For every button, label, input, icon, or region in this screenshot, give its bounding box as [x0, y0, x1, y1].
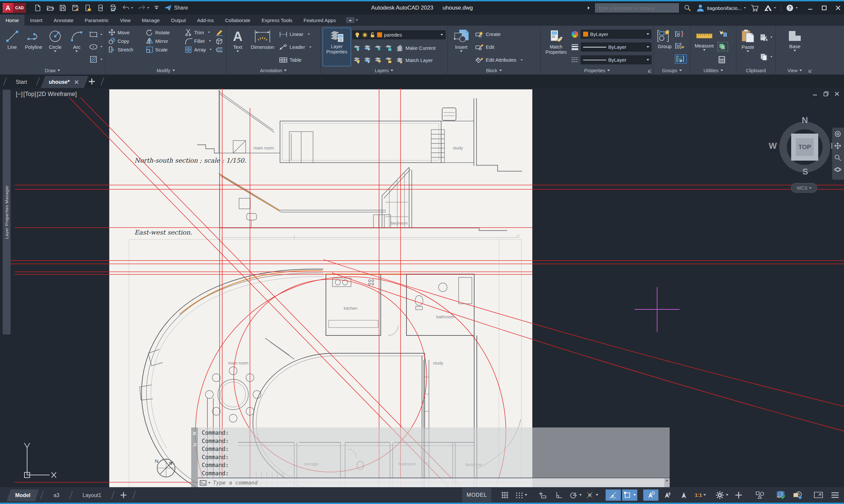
tab-manage[interactable]: Manage	[136, 15, 165, 26]
layout-a3-tab[interactable]: a3	[45, 489, 68, 501]
viewport-restore-icon[interactable]	[824, 91, 828, 96]
linetype-combo[interactable]: ByLayer	[581, 55, 652, 64]
quick-select-icon[interactable]	[718, 30, 727, 38]
new-file-tab-button[interactable]	[88, 74, 96, 88]
layer-unlock-all-icon[interactable]	[385, 57, 393, 63]
draw-panel-footer[interactable]: Draw	[0, 66, 105, 74]
block-panel-footer[interactable]: Block	[448, 66, 540, 74]
tab-parametric[interactable]: Parametric	[79, 15, 115, 26]
file-tab-start[interactable]: Start	[7, 76, 35, 88]
object-snap-toggle[interactable]	[622, 489, 637, 501]
match-layer-button[interactable]: Match Layer	[395, 56, 434, 64]
command-close-icon[interactable]	[192, 431, 196, 435]
new-file-icon[interactable]	[33, 3, 42, 13]
insert-block-button[interactable]: Insert	[450, 28, 473, 66]
orbit-icon[interactable]	[834, 166, 841, 173]
clipboard-panel-footer[interactable]: Clipboard	[736, 66, 775, 74]
app-store-cart-icon[interactable]	[751, 4, 759, 12]
save-icon[interactable]	[58, 3, 67, 13]
new-layout-button[interactable]	[120, 491, 127, 499]
group-button[interactable]: Group	[656, 28, 674, 66]
hardware-acceleration-button[interactable]: i	[790, 489, 805, 501]
viewport-menu-button[interactable]: [−]	[16, 91, 23, 97]
minimize-button[interactable]	[808, 5, 813, 11]
tab-view[interactable]: View	[114, 15, 136, 26]
close-file-tab-icon[interactable]	[73, 80, 80, 85]
steering-wheel-icon[interactable]	[834, 130, 841, 138]
tab-featured-apps[interactable]: Featured Apps	[298, 15, 341, 26]
search-collapse-icon[interactable]	[587, 6, 590, 10]
arc-button[interactable]: Arc	[67, 28, 87, 66]
leader-button[interactable]: Leader	[278, 43, 312, 51]
paste-button[interactable]: Paste	[738, 28, 757, 66]
command-input[interactable]	[212, 479, 662, 486]
copy-clip-icon[interactable]	[759, 53, 773, 61]
ortho-mode-toggle[interactable]	[551, 489, 567, 501]
open-file-icon[interactable]	[46, 3, 55, 13]
viewport-close-icon[interactable]	[834, 91, 839, 96]
properties-launcher-icon[interactable]	[648, 69, 652, 73]
layer-freeze-icon[interactable]	[374, 44, 382, 51]
layer-off-icon[interactable]	[353, 57, 361, 63]
annotation-scale-icon[interactable]	[676, 489, 691, 501]
grid-display-toggle[interactable]	[497, 489, 513, 501]
annotation-autoscale-toggle[interactable]	[660, 489, 675, 501]
tab-home[interactable]: Home	[0, 15, 24, 26]
wcs-menu[interactable]: WCS	[791, 183, 817, 193]
base-button[interactable]: Base	[783, 28, 806, 66]
match-properties-button[interactable]: Match Properties	[542, 28, 570, 66]
share-button[interactable]: Share	[163, 3, 189, 13]
redo-button[interactable]	[137, 3, 150, 13]
drawing-canvas[interactable]: main room study bedroom kitchen bathroom…	[0, 88, 844, 487]
group-edit-icon[interactable]	[675, 42, 685, 50]
tab-annotate[interactable]: Annotate	[48, 15, 79, 26]
customization-menu-button[interactable]	[827, 489, 843, 501]
copy-button[interactable]: Copy	[107, 37, 144, 45]
group-selection-toggle[interactable]	[675, 54, 687, 64]
tab-addins[interactable]: Add-ins	[191, 15, 220, 26]
command-scrollbar[interactable]	[665, 478, 670, 487]
array-button[interactable]: Array	[184, 46, 212, 53]
cut-clip-icon[interactable]	[759, 33, 773, 41]
object-snap-tracking-toggle[interactable]	[606, 489, 621, 501]
layer-lock-icon[interactable]	[385, 44, 393, 51]
rectangle-tool-button[interactable]	[88, 30, 103, 39]
graphics-performance-button[interactable]	[773, 489, 789, 501]
scale-button[interactable]: Scale	[145, 46, 183, 53]
viewcube-south[interactable]: S	[803, 166, 808, 177]
viewcube-top-face[interactable]: TOP	[791, 133, 818, 161]
maximize-button[interactable]	[822, 5, 827, 11]
autocad-logo[interactable]: ACAD	[3, 3, 26, 13]
layer-match-icon[interactable]	[364, 57, 372, 63]
dynamic-input-toggle[interactable]	[535, 489, 550, 501]
tab-express-tools[interactable]: Express Tools	[256, 15, 298, 26]
select-similar-icon[interactable]	[718, 42, 728, 51]
polar-tracking-toggle[interactable]	[568, 489, 583, 501]
close-button[interactable]	[836, 5, 841, 11]
command-input-row[interactable]	[198, 478, 670, 487]
user-account-menu[interactable]: tiagobonifacio...	[696, 4, 746, 12]
save-as-icon[interactable]	[71, 3, 80, 13]
tab-collaborate[interactable]: Collaborate	[219, 15, 256, 26]
customize-qat-icon[interactable]	[153, 4, 160, 12]
edit-block-button[interactable]: Edit	[474, 43, 523, 51]
utilities-panel-footer[interactable]: Utilities	[690, 66, 736, 74]
navigation-bar[interactable]	[832, 128, 844, 180]
edit-attributes-button[interactable]: Edit Attributes	[474, 56, 523, 64]
command-customize-wrench-icon[interactable]	[192, 443, 197, 447]
linear-dimension-button[interactable]: Linear	[278, 31, 312, 38]
workspace-switching-gear[interactable]	[714, 489, 730, 501]
layer-thaw-all-icon[interactable]	[374, 57, 382, 63]
customization-plus[interactable]	[731, 489, 746, 501]
viewcube-north[interactable]: N	[802, 115, 808, 125]
model-space-toggle[interactable]: MODEL	[462, 488, 492, 502]
properties-panel-footer[interactable]: Properties	[540, 66, 653, 74]
snap-mode-toggle[interactable]	[514, 489, 529, 501]
tab-output[interactable]: Output	[166, 15, 191, 26]
command-window-grip[interactable]	[191, 428, 198, 487]
undo-button[interactable]	[121, 3, 134, 13]
layers-panel-footer[interactable]: Layers	[321, 66, 447, 74]
save-to-mobile-icon[interactable]	[83, 3, 92, 13]
search-icon[interactable]	[684, 4, 691, 12]
viewcube-west[interactable]: W	[769, 141, 777, 151]
